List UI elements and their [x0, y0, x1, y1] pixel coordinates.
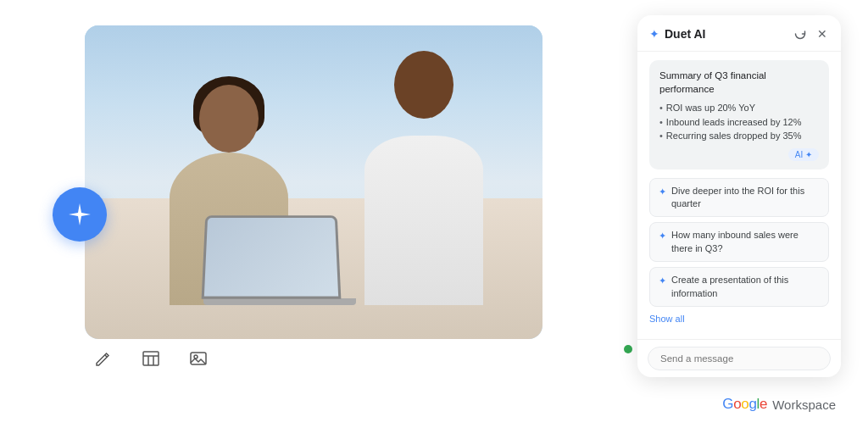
office-photo: [85, 25, 542, 339]
laptop: [203, 214, 356, 307]
refresh-button[interactable]: [792, 25, 809, 42]
panel-title: Duet AI: [665, 27, 705, 41]
duet-ai-circle-button[interactable]: [53, 187, 107, 242]
panel-actions: ✕: [792, 25, 829, 42]
show-all-link[interactable]: Show all: [649, 314, 829, 324]
google-logo: Google: [722, 396, 767, 413]
image-icon[interactable]: [186, 347, 210, 370]
summary-box: Summary of Q3 financial performance • RO…: [649, 60, 829, 170]
panel-header: ✦ Duet AI ✕: [637, 15, 841, 52]
person-man: [356, 51, 492, 305]
table-icon[interactable]: [139, 347, 163, 370]
duet-ai-panel: ✦ Duet AI ✕ Summary of Q3 financial perf…: [637, 15, 841, 377]
workspace-label: Workspace: [772, 397, 836, 412]
summary-meta: AI ✦: [659, 148, 819, 161]
suggestion-item-2[interactable]: ✦ How many inbound sales were there in Q…: [649, 222, 829, 262]
summary-item-3: • Recurring sales dropped by 35%: [659, 129, 819, 143]
summary-item-1: • ROI was up 20% YoY: [659, 101, 819, 115]
google-workspace-branding: Google Workspace: [722, 396, 836, 413]
summary-tag: AI ✦: [788, 148, 819, 161]
toolbar: [92, 347, 210, 370]
message-input-area: [637, 339, 841, 377]
suggestion-star-1: ✦: [659, 186, 666, 198]
suggestion-item-3[interactable]: ✦ Create a presentation of this informat…: [649, 267, 829, 307]
duet-star-icon: ✦: [649, 27, 659, 41]
suggestions-list: ✦ Dive deeper into the ROI for this quar…: [649, 178, 829, 307]
suggestion-star-2: ✦: [659, 230, 666, 242]
close-button[interactable]: ✕: [815, 25, 829, 42]
suggestion-item-1[interactable]: ✦ Dive deeper into the ROI for this quar…: [649, 178, 829, 218]
summary-item-2: • Inbound leads increased by 12%: [659, 115, 819, 130]
panel-title-area: ✦ Duet AI: [649, 27, 705, 41]
sparkle-icon: [66, 201, 93, 228]
svg-rect-0: [143, 352, 159, 365]
green-dot-decoration: [624, 345, 632, 353]
suggestion-star-3: ✦: [659, 275, 666, 287]
message-input[interactable]: [648, 347, 831, 370]
panel-body: Summary of Q3 financial performance • RO…: [637, 52, 841, 339]
edit-icon[interactable]: [92, 347, 115, 370]
summary-title: Summary of Q3 financial performance: [659, 69, 819, 96]
